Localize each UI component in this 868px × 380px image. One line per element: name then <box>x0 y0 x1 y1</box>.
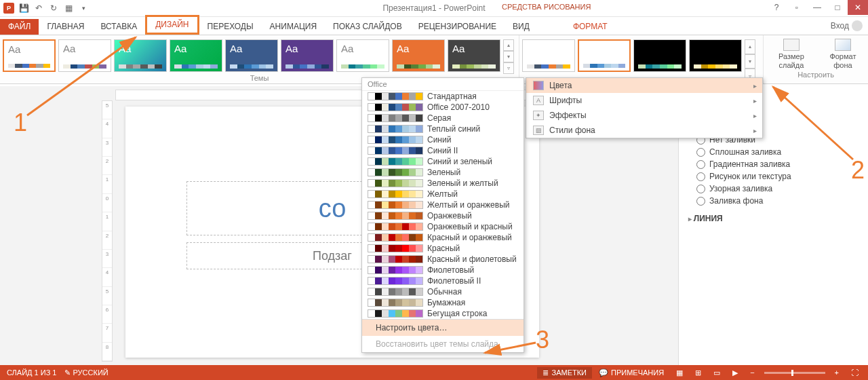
color-scheme-item[interactable]: Обычная <box>362 286 524 297</box>
ruler-vertical: 54321012345678 <box>102 100 113 362</box>
flyout-fonts-label: Шрифты <box>549 96 582 105</box>
maximize-button[interactable]: □ <box>827 0 848 15</box>
themes-group: AaAaAaAaAaAaAaAaAa▴▾▿ Темы <box>0 35 519 83</box>
color-scheme-item[interactable]: Зеленый и желтый <box>362 178 524 189</box>
fill-slide-bg-radio[interactable]: Заливка фона <box>687 195 860 207</box>
tab-view[interactable]: ВИД <box>505 19 538 35</box>
tab-file[interactable]: ФАЙЛ <box>0 19 39 35</box>
color-scheme-label: Office 2007-2010 <box>427 102 490 112</box>
theme-thumb[interactable]: Aa <box>170 39 222 72</box>
theme-thumb[interactable]: Aa <box>225 39 278 72</box>
start-from-beginning-icon[interactable]: ▦ <box>62 2 75 14</box>
qat-more-icon[interactable]: ▾ <box>77 2 90 14</box>
line-section-heading[interactable]: ЛИНИЯ <box>687 207 860 225</box>
theme-thumb[interactable]: Aa <box>3 39 56 72</box>
variant-thumb[interactable] <box>522 39 575 72</box>
tab-format[interactable]: ФОРМАТ <box>565 19 616 35</box>
variant-thumb[interactable] <box>578 39 631 72</box>
themes-gallery-more[interactable]: ▴▾▿ <box>503 39 514 74</box>
tab-design[interactable]: ДИЗАЙН <box>145 15 199 35</box>
color-scheme-label: Желтый и оранжевый <box>427 200 509 210</box>
ribbon-options-icon[interactable]: ▫ <box>787 0 807 15</box>
help-icon[interactable]: ? <box>766 0 787 15</box>
tab-review[interactable]: РЕЦЕНЗИРОВАНИЕ <box>410 19 505 35</box>
color-scheme-item[interactable]: Синий II <box>362 145 524 156</box>
fill-gradient-radio[interactable]: Градиентная заливка <box>687 158 860 170</box>
color-scheme-label: Синий II <box>427 146 458 155</box>
color-scheme-item[interactable]: Оранжевый <box>362 210 524 221</box>
notes-button[interactable]: ≣ ЗАМЕТКИ <box>537 367 592 379</box>
color-scheme-item[interactable]: Красный <box>362 243 524 254</box>
color-scheme-item[interactable]: Бумажная <box>362 297 524 308</box>
color-scheme-item[interactable]: Синий и зеленый <box>362 156 524 167</box>
theme-thumb[interactable]: Aa <box>114 39 167 72</box>
title-bar: P 💾 ↶ ↻ ▦ ▾ Презентация1 - PowerPoint СР… <box>0 0 868 17</box>
save-icon[interactable]: 💾 <box>18 2 30 14</box>
color-scheme-label: Фиолетовый <box>427 265 474 275</box>
color-scheme-item[interactable]: Зеленый <box>362 167 524 178</box>
color-scheme-item[interactable]: Оранжевый и красный <box>362 221 524 232</box>
tab-transitions[interactable]: ПЕРЕХОДЫ <box>199 19 262 35</box>
variant-thumb[interactable] <box>633 39 686 72</box>
tab-animation[interactable]: АНИМАЦИЯ <box>262 19 325 35</box>
reset-colors-item[interactable]: Восстановить цвет темы слайда <box>362 336 524 352</box>
color-scheme-item[interactable]: Желтый и оранжевый <box>362 200 524 210</box>
status-language[interactable]: ✎ РУССКИЙ <box>64 368 108 377</box>
format-bg-label: Формат фона <box>821 52 865 69</box>
color-scheme-label: Оранжевый <box>427 211 472 221</box>
status-slide-counter[interactable]: СЛАЙД 1 ИЗ 1 <box>7 368 56 377</box>
theme-thumb[interactable]: Aa <box>336 39 389 72</box>
sign-in[interactable]: Вход <box>831 20 863 31</box>
view-slideshow-icon[interactable]: ▶ <box>727 367 743 379</box>
customize-colors-item[interactable]: Настроить цвета… <box>362 320 524 336</box>
format-bg-icon <box>835 39 851 51</box>
color-scheme-item[interactable]: Желтый <box>362 189 524 200</box>
slide-size-button[interactable]: Размер слайда <box>766 39 816 69</box>
theme-thumb[interactable]: Aa <box>392 39 445 72</box>
minimize-button[interactable]: — <box>807 0 827 15</box>
color-scheme-item[interactable]: Бегущая строка <box>362 308 524 319</box>
color-scheme-item[interactable]: Синий <box>362 134 524 145</box>
fill-picture-radio[interactable]: Рисунок или текстура <box>687 170 860 183</box>
view-sorter-icon[interactable]: ⊞ <box>690 367 707 379</box>
color-scheme-item[interactable]: Красный и фиолетовый <box>362 254 524 265</box>
flyout-fonts[interactable]: AШрифты▸ <box>526 93 762 108</box>
variant-thumb[interactable] <box>689 39 742 72</box>
zoom-in-button[interactable]: + <box>829 367 844 378</box>
theme-thumb[interactable]: Aa <box>281 39 334 72</box>
slide-size-label: Размер слайда <box>766 52 816 69</box>
fill-pattern-radio[interactable]: Узорная заливка <box>687 183 860 195</box>
flyout-effects[interactable]: ✦Эффекты▸ <box>526 108 762 123</box>
customize-group-label: Настроить <box>797 71 834 80</box>
close-button[interactable]: ✕ <box>848 0 868 15</box>
color-scheme-item[interactable]: Фиолетовый <box>362 265 524 276</box>
zoom-slider[interactable] <box>764 372 825 374</box>
color-scheme-item[interactable]: Серая <box>362 113 524 124</box>
theme-thumb[interactable]: Aa <box>448 39 500 72</box>
color-scheme-item[interactable]: Office 2007-2010 <box>362 102 524 113</box>
view-normal-icon[interactable]: ▦ <box>671 367 688 379</box>
tab-insert[interactable]: ВСТАВКА <box>92 19 145 35</box>
format-background-button[interactable]: Формат фона <box>821 39 865 69</box>
flyout-bg-styles[interactable]: ▨Стили фона▸ <box>526 123 762 138</box>
flyout-colors[interactable]: Цвета▸ <box>526 78 762 93</box>
color-scheme-label: Обычная <box>427 287 462 297</box>
color-scheme-item[interactable]: Теплый синий <box>362 124 524 134</box>
fill-solid-radio[interactable]: Сплошная заливка <box>687 146 860 158</box>
color-scheme-item[interactable]: Стандартная <box>362 91 524 102</box>
undo-icon[interactable]: ↶ <box>33 2 45 14</box>
tab-home[interactable]: ГЛАВНАЯ <box>39 19 92 35</box>
color-scheme-item[interactable]: Красный и оранжевый <box>362 232 524 243</box>
fit-to-window-button[interactable]: ⛶ <box>846 367 864 378</box>
zoom-out-button[interactable]: − <box>745 367 760 378</box>
color-scheme-label: Теплый синий <box>427 124 480 134</box>
theme-thumb[interactable]: Aa <box>58 39 111 72</box>
redo-icon[interactable]: ↻ <box>47 2 60 14</box>
color-scheme-item[interactable]: Фиолетовый II <box>362 276 524 286</box>
color-scheme-label: Бумажная <box>427 298 465 307</box>
tab-slideshow[interactable]: ПОКАЗ СЛАЙДОВ <box>325 19 410 35</box>
comments-button[interactable]: 💬 ПРИМЕЧАНИЯ <box>593 367 669 379</box>
customize-colors-label: Настроить цвета… <box>376 323 447 332</box>
view-reading-icon[interactable]: ▭ <box>708 367 726 379</box>
chevron-right-icon: ▸ <box>753 127 757 134</box>
